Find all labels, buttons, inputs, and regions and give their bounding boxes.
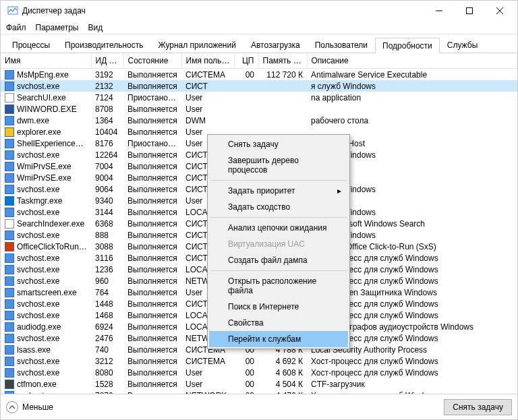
process-icon (5, 82, 14, 91)
table-row[interactable]: MsMpEng.exe3192ВыполняетсяСИСТЕМА00112 7… (1, 69, 517, 81)
table-row[interactable]: svchost.exe3212ВыполняетсяСИСТЕМА004 692… (1, 355, 517, 367)
col-state[interactable]: Состояние (123, 53, 181, 69)
context-menu-separator (210, 180, 347, 181)
close-button[interactable] (484, 1, 515, 21)
table-row[interactable]: svchost.exe2132ВыполняетсяСИСТя служб Wi… (1, 80, 517, 92)
cell-name: Taskmgr.exe (1, 195, 91, 206)
tab-services[interactable]: Службы (440, 37, 485, 53)
cell-mem: 4 476 К (258, 390, 307, 394)
cell-state: Выполняется (123, 344, 181, 355)
process-icon (5, 208, 14, 217)
context-menu-item[interactable]: Завершить дерево процессов (209, 152, 348, 178)
cell-cpu: 00 (234, 378, 258, 390)
cell-state: Выполняется (123, 229, 181, 241)
cell-pid: 2476 (91, 332, 123, 344)
context-menu-item[interactable]: Задать сходство (209, 199, 348, 215)
cell-user: User (181, 103, 234, 115)
cell-state: Выполняется (123, 241, 181, 252)
cell-state: Выполняется (123, 390, 181, 394)
cell-pid: 1448 (91, 298, 123, 309)
cell-state: Выполняется (123, 218, 181, 229)
col-name[interactable]: Имя (1, 53, 91, 69)
cell-name: explorer.exe (1, 126, 91, 138)
context-menu-separator (210, 217, 347, 218)
tab-details[interactable]: Подробности (375, 38, 440, 53)
cell-name: audiodg.exe (1, 321, 91, 332)
cell-pid: 2132 (91, 80, 123, 92)
cell-cpu: 00 (234, 390, 258, 394)
table-row[interactable]: ctfmon.exe1528ВыполняетсяUser004 504 КCT… (1, 378, 517, 390)
tab-processes[interactable]: Процессы (5, 37, 57, 53)
cell-mem: 112 720 К (258, 69, 307, 81)
task-manager-window: Диспетчер задач Файл Параметры Вид Проце… (0, 0, 518, 420)
maximize-button[interactable] (454, 1, 484, 21)
col-pid[interactable]: ИД п... (91, 53, 123, 69)
process-icon (5, 231, 14, 240)
tab-performance[interactable]: Производительность (57, 37, 150, 53)
context-menu-item: Виртуализация UAC (209, 236, 348, 252)
cell-user: User (181, 92, 234, 103)
table-row[interactable]: svchost.exe8080ВыполняетсяUser004 608 КХ… (1, 367, 517, 378)
tab-startup[interactable]: Автозагрузка (243, 37, 308, 53)
minimize-button[interactable] (424, 1, 454, 21)
col-cpu[interactable]: ЦП (234, 53, 258, 69)
process-icon (5, 380, 14, 389)
context-menu-item[interactable]: Открыть расположение файла (209, 273, 348, 299)
menu-options[interactable]: Параметры (36, 23, 79, 32)
context-menu-item[interactable]: Свойства (209, 315, 348, 331)
cell-mem: 4 504 К (258, 378, 307, 390)
cell-desc: na application (307, 92, 517, 103)
col-mem[interactable]: Память (ч... (258, 53, 307, 69)
process-icon (5, 253, 14, 263)
cell-pid: 1528 (91, 378, 123, 390)
cell-pid: 7004 (91, 160, 123, 172)
tab-app-history[interactable]: Журнал приложений (151, 37, 243, 53)
col-desc[interactable]: Описание (307, 53, 517, 69)
end-task-button[interactable]: Снять задачу (444, 399, 512, 415)
cell-desc: Хост-процесс для служб Windows (307, 390, 517, 394)
cell-pid: 888 (91, 229, 123, 241)
context-menu-item[interactable]: Перейти к службам (209, 331, 348, 347)
cell-name: OfficeClickToRun.exe (1, 241, 91, 252)
cell-name: svchost.exe (1, 367, 91, 378)
cell-state: Выполняется (123, 321, 181, 332)
table-row[interactable]: dwm.exe1364ВыполняетсяDWMрабочего стола (1, 115, 517, 126)
cell-name: svchost.exe (1, 390, 91, 394)
cell-user: User (181, 367, 234, 378)
process-icon (5, 357, 14, 366)
cell-state: Выполняется (123, 115, 181, 126)
cell-pid: 3212 (91, 355, 123, 367)
process-icon (5, 116, 14, 125)
context-menu-item[interactable]: Поиск в Интернете (209, 299, 348, 315)
menu-view[interactable]: Вид (88, 23, 103, 32)
context-menu-item[interactable]: Снять задачу (209, 136, 348, 152)
cell-pid: 740 (91, 344, 123, 355)
cell-pid: 9004 (91, 172, 123, 183)
context-menu-item[interactable]: Задать приоритет▸ (209, 183, 348, 199)
cell-pid: 6368 (91, 218, 123, 229)
table-row[interactable]: SearchUI.exe7124Приостановл...Userna app… (1, 92, 517, 103)
process-icon (5, 345, 14, 355)
process-icon (5, 288, 14, 297)
process-icon (5, 173, 14, 183)
cell-pid: 3116 (91, 252, 123, 264)
table-row[interactable]: WINWORD.EXE8708ВыполняетсяUser (1, 103, 517, 115)
cell-state: Выполняется (123, 378, 181, 390)
cell-mem: 4 608 К (258, 367, 307, 378)
cell-desc: я служб Windows (307, 80, 517, 92)
tab-users[interactable]: Пользователи (308, 37, 375, 53)
cell-pid: 3144 (91, 206, 123, 218)
cell-state: Выполняется (123, 355, 181, 367)
fewer-details-button[interactable]: Меньше (6, 401, 53, 413)
cell-state: Выполняется (123, 367, 181, 378)
cell-pid: 1236 (91, 264, 123, 275)
table-row[interactable]: svchost.exe7076ВыполняетсяNETWORK004 476… (1, 390, 517, 394)
context-menu-item[interactable]: Анализ цепочки ожидания (209, 220, 348, 236)
menu-file[interactable]: Файл (6, 23, 26, 32)
titlebar[interactable]: Диспетчер задач (1, 1, 517, 21)
cell-state: Выполняется (123, 103, 181, 115)
window-controls (424, 1, 515, 21)
cell-pid: 10404 (91, 126, 123, 138)
context-menu-item[interactable]: Создать файл дампа (209, 252, 348, 268)
col-user[interactable]: Имя польз... (181, 53, 234, 69)
